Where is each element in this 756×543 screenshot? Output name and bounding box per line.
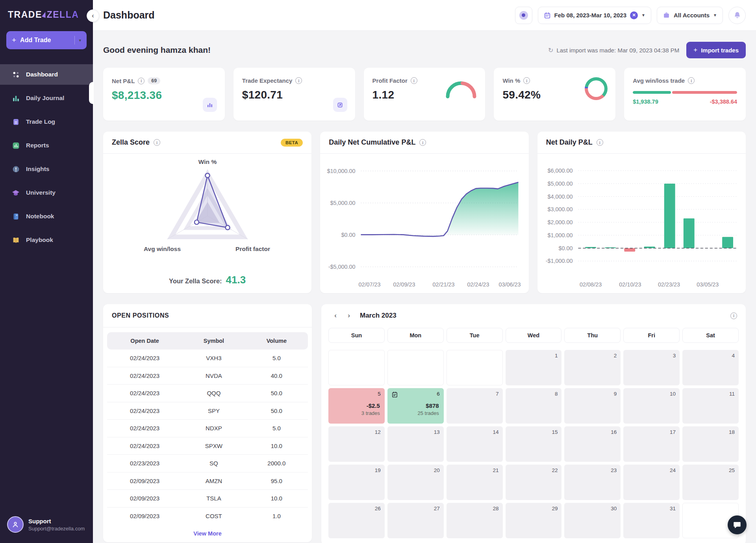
calendar-day-13[interactable]: 13 — [387, 426, 444, 462]
calendar-day-18[interactable]: 18 — [682, 426, 739, 462]
beta-badge: BETA — [281, 139, 303, 147]
calendar-day-9[interactable]: 9 — [564, 388, 621, 424]
calendar-day-10[interactable]: 10 — [623, 388, 680, 424]
plus-icon: + — [693, 46, 697, 54]
table-cell: COST — [182, 513, 245, 519]
open-positions-header-row: Open DateSymbolVolume — [107, 332, 308, 350]
day-number: 18 — [729, 429, 735, 435]
table-row[interactable]: 02/24/2023QQQ50.0 — [107, 385, 308, 402]
calendar-day-23[interactable]: 23 — [564, 465, 621, 500]
calendar-day-31[interactable]: 31 — [623, 503, 680, 538]
import-trades-button[interactable]: + Import trades — [686, 42, 746, 58]
info-icon[interactable]: i — [138, 78, 145, 84]
calendar-day-30[interactable]: 30 — [564, 503, 621, 538]
calendar-day-25[interactable]: 25 — [682, 465, 739, 500]
calendar-day-6[interactable]: 6$87825 trades — [387, 388, 444, 424]
info-icon[interactable]: i — [154, 139, 160, 146]
bar-chart-icon[interactable] — [203, 98, 217, 112]
day-number: 22 — [552, 467, 558, 473]
table-cell: 50.0 — [245, 407, 308, 414]
day-number: 30 — [611, 506, 617, 511]
day-number: 1 — [555, 353, 558, 359]
calendar-day-29[interactable]: 29 — [506, 503, 562, 538]
weekday-header: Tue — [447, 328, 503, 343]
calendar-day-20[interactable]: 20 — [387, 465, 444, 500]
calendar-day-16[interactable]: 16 — [564, 426, 621, 462]
table-row[interactable]: 02/24/2023SPY50.0 — [107, 402, 308, 420]
table-row[interactable]: 02/24/2023NVDA40.0 — [107, 367, 308, 385]
note-icon[interactable] — [391, 391, 398, 400]
add-trade-button[interactable]: + Add Trade ▾ — [6, 31, 87, 49]
sidebar-item-playbook[interactable]: Playbook — [0, 230, 93, 250]
sidebar-item-university[interactable]: University — [0, 182, 93, 203]
info-icon[interactable]: i — [411, 77, 417, 84]
sidebar-item-notebook[interactable]: Notebook — [0, 206, 93, 227]
calendar-day-4[interactable]: 4 — [682, 350, 739, 385]
view-more-link[interactable]: View More — [103, 526, 312, 542]
cumulative-pnl-card: Daily Net Cumulative P&L i $10,000.00$5,… — [320, 132, 528, 293]
calendar-day-14[interactable]: 14 — [447, 426, 503, 462]
table-row[interactable]: 02/09/2023TSLA10.0 — [107, 490, 308, 508]
info-icon[interactable]: i — [419, 139, 426, 146]
table-row[interactable]: 02/24/2023SPXW10.0 — [107, 437, 308, 455]
table-cell: QQQ — [182, 390, 245, 396]
calendar-prev-button[interactable]: ‹ — [330, 310, 341, 321]
info-icon[interactable]: i — [688, 77, 695, 84]
account-filter[interactable]: All Accounts ▼ — [657, 7, 723, 24]
date-range-filter[interactable]: Feb 08, 2023-Mar 10, 2023 ✕ ▼ — [538, 7, 651, 24]
cumulative-pnl-title: Daily Net Cumulative P&L — [329, 138, 415, 147]
info-icon[interactable]: i — [295, 77, 302, 84]
table-row[interactable]: 02/09/2023COST1.0 — [107, 508, 308, 525]
eye-icon — [519, 11, 528, 20]
calendar-day-7[interactable]: 7 — [447, 388, 503, 424]
calendar-day-17[interactable]: 17 — [623, 426, 680, 462]
chat-widget-button[interactable] — [728, 515, 747, 534]
sidebar-collapse-button[interactable]: ‹ — [87, 9, 99, 22]
calendar-day-2[interactable]: 2 — [564, 350, 621, 385]
day-number: 9 — [614, 391, 617, 397]
support-block[interactable]: Support Support@tradezella.com — [6, 516, 87, 533]
sidebar-item-label: Reports — [26, 142, 49, 149]
calendar-day-3[interactable]: 3 — [623, 350, 680, 385]
calendar-day-15[interactable]: 15 — [506, 426, 562, 462]
avg-win-loss-label: Avg win/loss trade — [633, 77, 685, 84]
briefcase-icon — [663, 11, 670, 19]
svg-text:02/23/23: 02/23/23 — [658, 281, 680, 288]
visibility-toggle-button[interactable] — [515, 7, 532, 24]
table-cell: NVDA — [182, 372, 245, 379]
weekday-header: Sun — [328, 328, 385, 343]
calendar-day-24[interactable]: 24 — [623, 465, 680, 500]
calendar-day-5[interactable]: 5-$2.53 trades — [328, 388, 385, 424]
calendar-day-8[interactable]: 8 — [506, 388, 562, 424]
info-icon[interactable]: i — [597, 139, 603, 146]
sidebar-item-insights[interactable]: Insights — [0, 159, 93, 179]
day-number: 27 — [434, 506, 440, 511]
info-icon[interactable]: i — [730, 312, 737, 319]
notifications-button[interactable] — [728, 7, 746, 24]
sidebar-item-daily-journal[interactable]: Daily Journal — [0, 88, 93, 108]
calendar-next-button[interactable]: › — [343, 310, 354, 321]
sidebar-item-reports[interactable]: Reports — [0, 135, 93, 156]
open-positions-title: OPEN POSITIONS — [103, 304, 312, 327]
calendar-day-26[interactable]: 26 — [328, 503, 385, 538]
calendar-day-22[interactable]: 22 — [506, 465, 562, 500]
table-row[interactable]: 02/23/2023SQ2000.0 — [107, 455, 308, 472]
calendar-day-1[interactable]: 1 — [506, 350, 562, 385]
table-row[interactable]: 02/24/2023NDXP5.0 — [107, 420, 308, 437]
calendar-day-21[interactable]: 21 — [447, 465, 503, 500]
external-link-icon[interactable] — [333, 98, 347, 112]
svg-text:-$1,000.00: -$1,000.00 — [545, 258, 573, 264]
column-header: Open Date — [107, 338, 182, 344]
calendar-day-11[interactable]: 11 — [682, 388, 739, 424]
svg-text:03/05/23: 03/05/23 — [697, 281, 719, 288]
sidebar-item-trade-log[interactable]: Trade Log — [0, 112, 93, 132]
calendar-day-19[interactable]: 19 — [328, 465, 385, 500]
info-icon[interactable]: i — [523, 77, 530, 84]
table-row[interactable]: 02/24/2023VXH35.0 — [107, 350, 308, 367]
table-row[interactable]: 02/09/2023AMZN95.0 — [107, 472, 308, 490]
calendar-day-27[interactable]: 27 — [387, 503, 444, 538]
sidebar-item-dashboard[interactable]: Dashboard — [0, 64, 93, 85]
calendar-day-28[interactable]: 28 — [447, 503, 503, 538]
clear-date-filter-icon[interactable]: ✕ — [630, 11, 638, 19]
calendar-day-12[interactable]: 12 — [328, 426, 385, 462]
